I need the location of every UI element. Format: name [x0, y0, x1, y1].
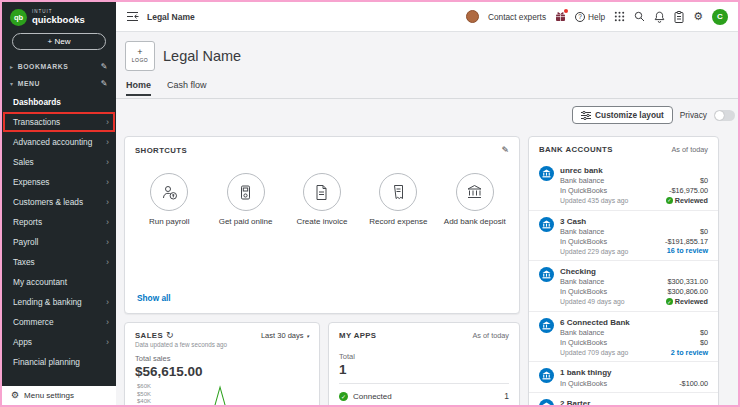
shortcut-add-bank-deposit[interactable]: Add bank deposit: [439, 173, 511, 227]
chevron-right-icon: ›: [106, 118, 109, 127]
in-quickbooks-label: In QuickBooks: [560, 287, 607, 297]
sidebar-item-dashboards[interactable]: Dashboards: [2, 92, 116, 112]
sidebar-section-bookmarks[interactable]: ▸ BOOKMARKS ✎: [2, 58, 116, 75]
page-title: Legal Name: [163, 48, 241, 64]
refresh-icon[interactable]: ↻: [166, 331, 174, 340]
to-review-link[interactable]: 16 to review: [667, 246, 708, 256]
help-button[interactable]: ? Help: [575, 12, 605, 22]
sidebar-item-transactions[interactable]: Transactions ›: [2, 112, 116, 132]
notifications-bell-icon[interactable]: [654, 11, 665, 23]
sliders-icon: [581, 111, 591, 120]
menu-label: MENU: [18, 80, 97, 87]
sidebar-item-expenses[interactable]: Expenses ›: [2, 172, 116, 192]
bank-deposit-icon: [456, 173, 494, 211]
sidebar-item-sales[interactable]: Sales ›: [2, 152, 116, 172]
privacy-toggle[interactable]: [714, 110, 735, 121]
settings-gear-icon[interactable]: ⚙: [693, 11, 703, 22]
bank-account-details: 2 Barter In QuickBooks$19,672.00: [560, 398, 708, 405]
payroll-icon: [150, 173, 188, 211]
sidebar-item-label: Sales: [13, 157, 34, 167]
company-logo-placeholder[interactable]: + LOGO: [125, 41, 155, 71]
y-tick: $40K: [131, 398, 151, 404]
in-quickbooks-value: -$100.00: [679, 379, 708, 389]
bank-account-row[interactable]: 6 Connected Bank Bank balance$0 In Quick…: [529, 312, 718, 363]
sidebar-item-lending-banking[interactable]: Lending & banking ›: [2, 292, 116, 312]
my-apps-card: MY APPS As of today Total 1 ✓ Connected …: [328, 322, 520, 405]
sidebar-item-commerce[interactable]: Commerce ›: [2, 312, 116, 332]
bank-account-row[interactable]: 2 Barter In QuickBooks$19,672.00: [529, 393, 718, 405]
apps-grid-icon[interactable]: [614, 11, 625, 22]
shortcut-record-expense[interactable]: Record expense: [362, 173, 434, 227]
edit-shortcuts-icon[interactable]: ✎: [501, 145, 509, 155]
connected-apps-row[interactable]: ✓ Connected 1: [329, 384, 519, 405]
sidebar-item-customers-leads[interactable]: Customers & leads ›: [2, 192, 116, 212]
chevron-right-icon: ›: [106, 338, 109, 347]
in-quickbooks-label: In QuickBooks: [560, 237, 607, 247]
quickbooks-logo-icon: qb: [10, 9, 27, 26]
sidebar-item-my-accountant[interactable]: My accountant: [2, 272, 116, 292]
sidebar-item-financial-planning[interactable]: Financial planning: [2, 352, 116, 372]
sidebar-item-label: Financial planning: [13, 357, 80, 367]
sidebar-item-label: Dashboards: [13, 97, 61, 107]
chevron-right-icon: ›: [106, 258, 109, 267]
sales-chart: [153, 383, 315, 405]
bank-balance-label: Bank balance: [560, 227, 604, 237]
bank-icon: [539, 267, 554, 282]
tab-cash-flow[interactable]: Cash flow: [167, 80, 207, 96]
new-button[interactable]: + New: [12, 33, 106, 50]
status-badge: ✓Reviewed: [666, 297, 708, 307]
quickbooks-logo[interactable]: qb INTUIT quickbooks: [2, 2, 116, 30]
to-review-link[interactable]: 2 to review: [671, 348, 708, 358]
shortcut-label: Get paid online: [219, 217, 273, 227]
user-avatar[interactable]: C: [712, 9, 728, 25]
chevron-right-icon: ›: [106, 158, 109, 167]
privacy-label: Privacy: [680, 110, 707, 120]
sales-updated-text: Data updated a few seconds ago: [125, 341, 319, 348]
shortcut-get-paid-online[interactable]: Get paid online: [210, 173, 282, 227]
bank-balance-value: $300,331.00: [667, 277, 708, 287]
topbar: Legal Name Contact experts ? Help: [116, 2, 738, 32]
sidebar-item-label: Payroll: [13, 237, 38, 247]
sidebar-section-menu[interactable]: ▾ MENU ✎: [2, 75, 116, 92]
sales-period-dropdown[interactable]: Last 30 days ▾: [261, 331, 309, 340]
bank-account-row[interactable]: 3 Cash Bank balance$0 In QuickBooks-$191…: [529, 211, 718, 262]
tasks-icon[interactable]: [674, 11, 684, 23]
sidebar-item-payroll[interactable]: Payroll ›: [2, 232, 116, 252]
customize-layout-button[interactable]: Customize layout: [572, 106, 673, 124]
sidebar-item-reports[interactable]: Reports ›: [2, 212, 116, 232]
show-all-link[interactable]: Show all: [137, 293, 171, 303]
sidebar-item-advanced-accounting[interactable]: Advanced accounting ›: [2, 132, 116, 152]
shortcuts-header: SHORTCUTS ✎: [125, 137, 519, 161]
edit-bookmarks-icon[interactable]: ✎: [101, 62, 108, 71]
collapse-sidebar-icon[interactable]: [126, 11, 139, 22]
bank-balance-value: $0: [700, 176, 708, 186]
menu-settings-button[interactable]: ⚙ Menu settings: [2, 386, 116, 405]
shortcut-label: Run payroll: [149, 217, 189, 227]
bank-account-details: 3 Cash Bank balance$0 In QuickBooks-$191…: [560, 216, 708, 257]
app-window: qb INTUIT quickbooks + New ▸ BOOKMARKS ✎…: [0, 0, 740, 407]
bank-account-row[interactable]: Checking Bank balance$300,331.00 In Quic…: [529, 261, 718, 312]
connected-label: Connected: [353, 392, 392, 401]
in-quickbooks-value: -$191,855.17: [665, 237, 708, 247]
edit-menu-icon[interactable]: ✎: [101, 79, 108, 88]
search-icon[interactable]: [634, 11, 645, 22]
bank-account-row[interactable]: 1 bank thingy In QuickBooks-$100.00: [529, 362, 718, 393]
shortcut-run-payroll[interactable]: Run payroll: [133, 173, 205, 227]
sidebar-item-label: Lending & banking: [13, 297, 82, 307]
updated-label: Updated 435 days ago: [560, 196, 628, 205]
contact-experts-link[interactable]: Contact experts: [488, 12, 546, 22]
brand-text: INTUIT quickbooks: [32, 10, 85, 25]
bank-account-row[interactable]: unrec bank Bank balance$0 In QuickBooks-…: [529, 160, 718, 211]
notification-dot: [564, 9, 568, 13]
bookmarks-label: BOOKMARKS: [18, 63, 97, 70]
sidebar-item-label: Customers & leads: [13, 197, 83, 207]
bank-icon: [539, 217, 554, 232]
tab-home[interactable]: Home: [126, 80, 151, 96]
sidebar-item-apps[interactable]: Apps ›: [2, 332, 116, 352]
sidebar-item-taxes[interactable]: Taxes ›: [2, 252, 116, 272]
sidebar-item-label: My accountant: [13, 277, 67, 287]
updated-label: Updated 49 days ago: [560, 297, 625, 306]
gift-icon[interactable]: [555, 11, 566, 22]
shortcut-create-invoice[interactable]: Create invoice: [286, 173, 358, 227]
menu-settings-label: Menu settings: [24, 391, 74, 400]
